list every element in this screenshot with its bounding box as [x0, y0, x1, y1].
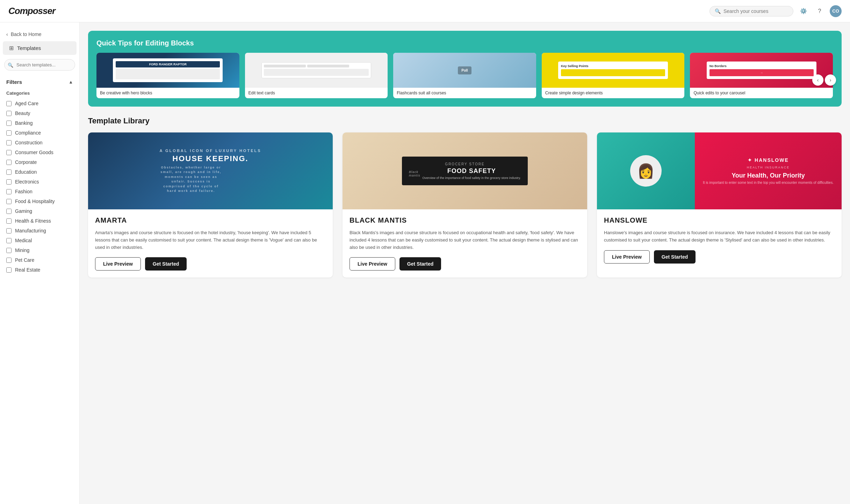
category-label-corporate: Corporate: [15, 159, 37, 165]
category-checkbox-health-fitness[interactable]: [6, 218, 12, 224]
tip5-image: No Borders →: [690, 53, 833, 88]
sidebar-search-icon: 🔍: [8, 62, 13, 67]
back-to-home[interactable]: ‹ Back to Home: [0, 28, 79, 41]
tip-card-4[interactable]: Key Selling Points Create simple design …: [542, 53, 685, 98]
category-label-gaming: Gaming: [15, 208, 32, 214]
layout: ‹ Back to Home ⊞ Templates 🔍 Filters ▲ C…: [0, 0, 850, 504]
category-checkbox-banking[interactable]: [6, 121, 12, 126]
category-checkbox-mining[interactable]: [6, 248, 12, 253]
category-label-beauty: Beauty: [15, 110, 30, 116]
hanslowe-preview-image: 👩 ✦ HANSLOWE HEALTH INSURANCE Your Healt…: [597, 132, 842, 209]
category-item-banking[interactable]: Banking: [5, 118, 74, 128]
category-checkbox-food-hospitality[interactable]: [6, 199, 12, 204]
sidebar-item-templates[interactable]: ⊞ Templates: [3, 41, 77, 55]
tip2-preview: [261, 62, 371, 78]
tip1-label: Be creative with hero blocks: [96, 88, 239, 98]
settings-icon[interactable]: ⚙️: [798, 5, 809, 17]
tip3-image: Poll: [393, 53, 536, 88]
amarta-preview-content: A GLOBAL ICON OF LUXURY HOTELS HOUSE KEE…: [159, 149, 261, 194]
category-item-compliance[interactable]: Compliance: [5, 128, 74, 138]
tip2-image: [245, 53, 388, 88]
amarta-card-body: AMARTA Amarta's images and course struct…: [88, 209, 333, 278]
carousel-next-button[interactable]: ›: [825, 74, 836, 86]
help-icon[interactable]: ?: [814, 5, 826, 17]
category-item-manufacturing[interactable]: Manufacturing: [5, 226, 74, 236]
category-checkbox-education[interactable]: [6, 170, 12, 175]
bm-name: FOOD SAFETY: [423, 167, 521, 175]
category-label-consumer-goods: Consumer Goods: [15, 150, 53, 155]
back-label: Back to Home: [11, 31, 42, 37]
tip1-image: FORD RANGER RAPTOR: [96, 53, 239, 88]
tip-card-3[interactable]: Poll Flashcards suit all courses: [393, 53, 536, 98]
category-item-food-hospitality[interactable]: Food & Hospitality: [5, 196, 74, 206]
category-checkbox-real-estate[interactable]: [6, 267, 12, 273]
tip-card-2[interactable]: Edit text cards: [245, 53, 388, 98]
category-item-pet-care[interactable]: Pet Care: [5, 255, 74, 265]
category-checkbox-corporate[interactable]: [6, 160, 12, 165]
black-mantis-preview-content: GROCERY STORE Black mantis FOOD SAFETY O…: [402, 157, 528, 185]
tip3-preview: Poll: [458, 66, 471, 74]
category-item-mining[interactable]: Mining: [5, 245, 74, 255]
black-mantis-start-button[interactable]: Get Started: [399, 257, 441, 271]
category-checkbox-electronics[interactable]: [6, 179, 12, 185]
black-mantis-preview-image: GROCERY STORE Black mantis FOOD SAFETY O…: [343, 132, 587, 209]
quick-tips-banner: Quick Tips for Editing Blocks FORD RANGE…: [88, 31, 842, 107]
category-checkbox-beauty[interactable]: [6, 111, 12, 116]
black-mantis-preview-button[interactable]: Live Preview: [350, 257, 395, 271]
global-search[interactable]: 🔍: [709, 6, 793, 16]
hanslowe-start-button[interactable]: Get Started: [654, 250, 696, 264]
category-item-fashion[interactable]: Fashion: [5, 187, 74, 196]
amarta-actions: Live Preview Get Started: [95, 257, 326, 271]
global-search-input[interactable]: [723, 8, 788, 14]
hanslowe-actions: Live Preview Get Started: [604, 250, 835, 264]
category-item-education[interactable]: Education: [5, 167, 74, 177]
category-label-aged-care: Aged Care: [15, 101, 38, 106]
tips-carousel: FORD RANGER RAPTOR Be creative with hero…: [96, 53, 833, 98]
category-checkbox-aged-care[interactable]: [6, 101, 12, 106]
category-item-electronics[interactable]: Electronics: [5, 177, 74, 187]
hanslowe-preview-button[interactable]: Live Preview: [604, 250, 650, 264]
category-label-manufacturing: Manufacturing: [15, 228, 46, 233]
category-item-consumer-goods[interactable]: Consumer Goods: [5, 147, 74, 157]
hanslowe-small: It is important to enter some text in th…: [703, 181, 834, 185]
carousel-prev-button[interactable]: ‹: [812, 74, 823, 86]
amarta-start-button[interactable]: Get Started: [145, 257, 187, 271]
category-item-construction[interactable]: Construction: [5, 138, 74, 147]
category-item-medical[interactable]: Medical: [5, 236, 74, 245]
category-checkbox-gaming[interactable]: [6, 209, 12, 214]
category-item-gaming[interactable]: Gaming: [5, 206, 74, 216]
category-label-real-estate: Real Estate: [15, 267, 40, 273]
category-label-fashion: Fashion: [15, 189, 33, 194]
template-card-hanslowe: 👩 ✦ HANSLOWE HEALTH INSURANCE Your Healt…: [597, 132, 842, 278]
tip-card-1[interactable]: FORD RANGER RAPTOR Be creative with hero…: [96, 53, 239, 98]
category-checkbox-compliance[interactable]: [6, 130, 12, 136]
black-mantis-card-body: BLACK MANTIS Black Mantis's images and c…: [343, 209, 587, 278]
category-item-beauty[interactable]: Beauty: [5, 108, 74, 118]
category-item-corporate[interactable]: Corporate: [5, 157, 74, 167]
category-label-electronics: Electronics: [15, 179, 39, 185]
category-item-aged-care[interactable]: Aged Care: [5, 99, 74, 108]
template-library-title: Template Library: [88, 116, 842, 125]
black-mantis-actions: Live Preview Get Started: [350, 257, 580, 271]
category-checkbox-medical[interactable]: [6, 238, 12, 243]
category-checkbox-consumer-goods[interactable]: [6, 150, 12, 155]
category-item-health-fitness[interactable]: Health & Fitness: [5, 216, 74, 226]
category-checkbox-fashion[interactable]: [6, 189, 12, 194]
header: Composser 🔍 ⚙️ ? CO: [0, 0, 850, 22]
category-checkbox-manufacturing[interactable]: [6, 228, 12, 233]
avatar[interactable]: CO: [830, 5, 842, 17]
category-checkbox-pet-care[interactable]: [6, 258, 12, 263]
sidebar: ‹ Back to Home ⊞ Templates 🔍 Filters ▲ C…: [0, 22, 80, 504]
tip2-label: Edit text cards: [245, 88, 388, 98]
amarta-preview-image: A GLOBAL ICON OF LUXURY HOTELS HOUSE KEE…: [88, 132, 333, 209]
tip4-preview: Key Selling Points: [558, 62, 668, 79]
amarta-desc: Amarta's images and course structure is …: [95, 229, 326, 251]
template-search[interactable]: 🔍: [4, 59, 75, 71]
category-item-real-estate[interactable]: Real Estate: [5, 265, 74, 275]
template-search-input[interactable]: [4, 59, 75, 71]
tip-card-5[interactable]: No Borders → Quick edits to your carouse…: [690, 53, 833, 98]
amarta-preview-button[interactable]: Live Preview: [95, 257, 141, 271]
category-checkbox-construction[interactable]: [6, 140, 12, 145]
filters-chevron[interactable]: ▲: [69, 79, 73, 85]
hanslowe-card-body: HANSLOWE Hanslowe's images and course st…: [597, 209, 842, 271]
